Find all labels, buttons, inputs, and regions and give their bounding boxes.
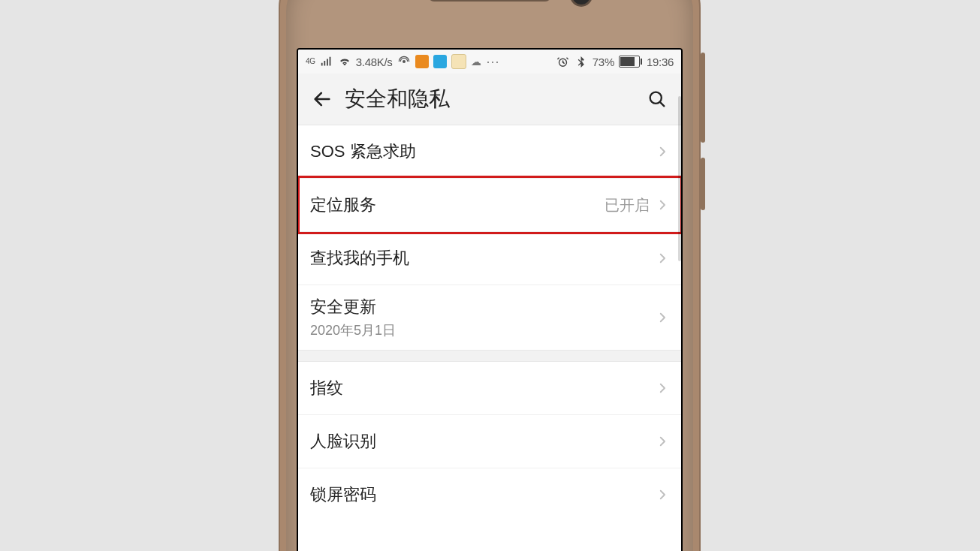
row-label: 定位服务 [310, 194, 376, 216]
side-button-power [701, 158, 705, 210]
row-security-update[interactable]: 安全更新 2020年5月1日 [298, 285, 681, 350]
svg-point-0 [403, 60, 406, 63]
cloud-icon: ☁ [471, 56, 481, 68]
alarm-icon [556, 55, 570, 68]
row-find-my-phone[interactable]: 查找我的手机 [298, 232, 681, 285]
clock: 19:36 [647, 56, 674, 68]
chevron-right-icon [656, 145, 669, 158]
battery-icon [619, 56, 642, 68]
row-lock-screen-password[interactable]: 锁屏密码 [298, 468, 681, 521]
status-bar-right: 73% 19:36 [556, 55, 674, 68]
scrollbar[interactable] [678, 96, 681, 261]
back-button[interactable] [310, 87, 334, 111]
battery-percent: 73% [593, 56, 614, 68]
notification-app-icon [415, 55, 429, 68]
row-label: 锁屏密码 [310, 483, 376, 506]
phone-frame: 4G 3.48K/s ☁ ⋯ [279, 0, 701, 551]
hotspot-icon [397, 55, 411, 68]
row-label: 人脸识别 [310, 430, 376, 453]
bluetooth-icon [574, 55, 588, 68]
row-sos[interactable]: SOS 紧急求助 [298, 125, 681, 179]
app-bar: 安全和隐私 [298, 74, 681, 125]
row-face-recognition[interactable]: 人脸识别 [298, 415, 681, 468]
row-location[interactable]: 定位服务 已开启 [298, 179, 681, 232]
chevron-right-icon [656, 435, 669, 448]
row-label: 查找我的手机 [310, 247, 409, 269]
row-label: SOS 紧急求助 [310, 140, 416, 163]
chevron-right-icon [656, 198, 669, 212]
search-button[interactable] [645, 87, 669, 111]
chevron-right-icon [656, 381, 669, 395]
chevron-right-icon [656, 251, 669, 265]
signal-icon [320, 55, 333, 68]
chevron-right-icon [656, 488, 669, 501]
row-sublabel: 2020年5月1日 [310, 321, 396, 339]
notification-app-icon [451, 54, 466, 69]
row-value: 已开启 [605, 195, 650, 215]
page-title: 安全和隐私 [345, 85, 450, 113]
side-button-volume [701, 53, 705, 143]
settings-list: SOS 紧急求助 定位服务 已开启 查找我的手机 [298, 125, 681, 521]
network-speed: 3.48K/s [356, 56, 393, 68]
status-bar-left: 4G 3.48K/s ☁ ⋯ [306, 53, 501, 70]
section-divider [298, 350, 681, 362]
status-bar: 4G 3.48K/s ☁ ⋯ [298, 50, 681, 74]
more-notifications-icon: ⋯ [486, 53, 501, 70]
wifi-icon [338, 55, 351, 68]
screen: 4G 3.48K/s ☁ ⋯ [298, 50, 681, 551]
row-fingerprint[interactable]: 指纹 [298, 362, 681, 415]
row-label: 安全更新 [310, 296, 396, 318]
chevron-right-icon [656, 311, 669, 324]
notification-app-icon [433, 55, 447, 68]
row-label: 指纹 [310, 377, 343, 399]
network-type-label: 4G [306, 58, 315, 65]
